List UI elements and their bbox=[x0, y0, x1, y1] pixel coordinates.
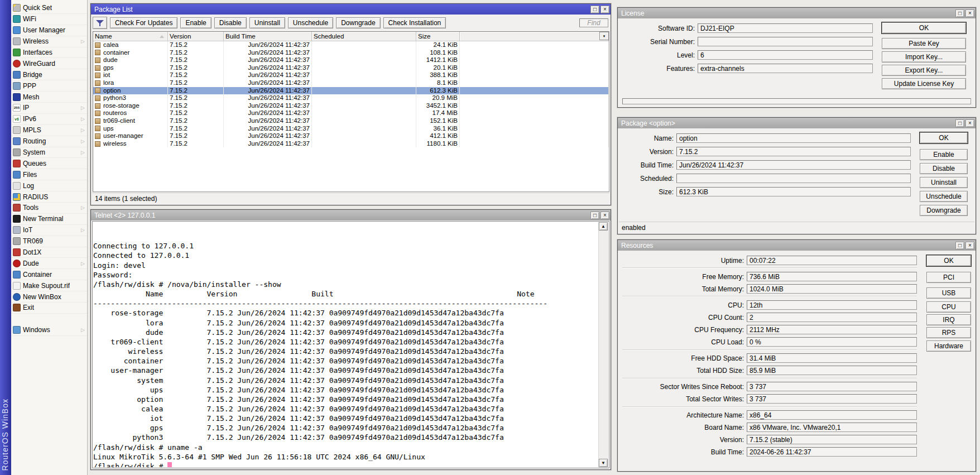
sidebar-item-tools[interactable]: Tools▷ bbox=[11, 203, 87, 214]
usb-button[interactable]: USB bbox=[926, 287, 971, 299]
column-dropdown-icon[interactable]: ▼ bbox=[599, 32, 609, 40]
terminal-output[interactable]: Connecting to 127.0.0.1 Connected to 127… bbox=[93, 222, 598, 467]
close-icon[interactable]: × bbox=[601, 212, 609, 219]
close-icon[interactable]: × bbox=[965, 9, 974, 17]
sidebar-item-exit[interactable]: Exit bbox=[11, 303, 87, 314]
table-row[interactable]: ups7.15.2Jun/26/2024 11:42:3736.1 KiB bbox=[93, 125, 609, 133]
field-value[interactable]: 0 % bbox=[747, 337, 917, 347]
scroll-down-icon[interactable]: ▼ bbox=[599, 459, 608, 467]
sidebar-item-routing[interactable]: Routing▷ bbox=[11, 136, 87, 147]
maximize-icon[interactable]: □ bbox=[590, 6, 599, 13]
maximize-icon[interactable]: □ bbox=[955, 119, 964, 127]
sidebar-item-mesh[interactable]: Mesh bbox=[11, 92, 87, 103]
sidebar-item-ip[interactable]: IP▷ bbox=[11, 103, 87, 114]
check-for-updates-button[interactable]: Check For Updates bbox=[110, 17, 177, 28]
field-value[interactable]: 12th bbox=[747, 300, 917, 310]
column-header-size[interactable]: Size bbox=[416, 32, 460, 41]
uninstall-button[interactable]: Uninstall bbox=[920, 177, 968, 188]
sidebar-item-wireguard[interactable]: WireGuard bbox=[11, 58, 87, 69]
terminal-scrollbar[interactable]: ▲ ▼ bbox=[598, 222, 608, 467]
maximize-icon[interactable]: □ bbox=[955, 9, 964, 17]
close-icon[interactable]: × bbox=[965, 242, 974, 250]
maximize-icon[interactable]: □ bbox=[955, 242, 964, 250]
update-license-key-button[interactable]: Update License Key bbox=[882, 78, 966, 89]
disable-button[interactable]: Disable bbox=[920, 163, 968, 174]
sidebar-item-new-terminal[interactable]: New Terminal bbox=[11, 214, 87, 225]
table-row[interactable]: wireless7.15.2Jun/26/2024 11:42:371180.1… bbox=[93, 140, 609, 148]
field-value[interactable]: 612.3 KiB bbox=[676, 187, 911, 196]
field-value[interactable]: 85.9 MiB bbox=[747, 366, 917, 375]
column-header-scheduled[interactable]: Scheduled bbox=[312, 32, 416, 41]
field-value[interactable]: 2024-06-26 11:42:37 bbox=[747, 447, 917, 457]
sidebar-item-wifi[interactable]: WiFi bbox=[11, 14, 87, 25]
table-row[interactable]: iot7.15.2Jun/26/2024 11:42:37388.1 KiB bbox=[93, 71, 609, 79]
sidebar-item-new-winbox[interactable]: New WinBox bbox=[11, 291, 87, 303]
unschedule-button[interactable]: Unschedule bbox=[288, 17, 333, 28]
table-row[interactable]: rose-storage7.15.2Jun/26/2024 11:42:3734… bbox=[93, 102, 609, 110]
sidebar-item-radius[interactable]: RADIUS bbox=[11, 191, 87, 203]
license-titlebar[interactable]: License □ × bbox=[618, 8, 976, 18]
sidebar-item-user-manager[interactable]: User Manager bbox=[11, 25, 87, 36]
field-value[interactable]: 6 bbox=[698, 50, 873, 60]
field-value[interactable]: 3 737 bbox=[747, 394, 917, 404]
sidebar-item-mpls[interactable]: MPLS▷ bbox=[11, 125, 87, 136]
resources-titlebar[interactable]: Resources □ × bbox=[618, 240, 976, 251]
field-value[interactable]: option bbox=[676, 133, 911, 143]
field-value[interactable]: 31.4 MiB bbox=[747, 353, 917, 363]
disable-button[interactable]: Disable bbox=[214, 17, 247, 28]
column-header-build-time[interactable]: Build Time bbox=[224, 32, 312, 41]
table-row[interactable]: python37.15.2Jun/26/2024 11:42:3720.9 Mi… bbox=[93, 94, 609, 102]
table-row[interactable]: routeros7.15.2Jun/26/2024 11:42:3717.4 M… bbox=[93, 109, 609, 117]
field-value[interactable]: 7.15.2 bbox=[676, 147, 911, 156]
check-installation-button[interactable]: Check Installation bbox=[383, 17, 446, 28]
package-list-titlebar[interactable]: Package List □ × bbox=[91, 4, 611, 15]
sidebar-item-queues[interactable]: Queues bbox=[11, 158, 87, 169]
downgrade-button[interactable]: Downgrade bbox=[336, 17, 380, 28]
field-value[interactable]: 7.15.2 (stable) bbox=[747, 435, 917, 444]
column-header-version[interactable]: Version bbox=[168, 32, 224, 41]
sidebar-item-ipv6[interactable]: IPv6▷ bbox=[11, 114, 87, 125]
ok-button[interactable]: OK bbox=[882, 22, 966, 33]
enable-button[interactable]: Enable bbox=[920, 149, 968, 160]
table-row[interactable]: calea7.15.2Jun/26/2024 11:42:3724.1 KiB bbox=[93, 41, 609, 49]
hardware-button[interactable]: Hardware bbox=[926, 340, 971, 352]
field-value[interactable] bbox=[676, 174, 911, 183]
ok-button[interactable]: OK bbox=[926, 255, 971, 266]
paste-key-button[interactable]: Paste Key bbox=[882, 38, 966, 49]
field-value[interactable]: 3 737 bbox=[747, 382, 917, 391]
ok-button[interactable]: OK bbox=[920, 132, 968, 143]
table-row[interactable]: gps7.15.2Jun/26/2024 11:42:3720.1 KiB bbox=[93, 64, 609, 72]
field-value[interactable]: 1024.0 MiB bbox=[747, 284, 917, 294]
sidebar-item-make-supout-rif[interactable]: Make Supout.rif bbox=[11, 280, 87, 291]
import-key-button[interactable]: Import Key... bbox=[882, 51, 966, 63]
find-input[interactable]: Find bbox=[579, 18, 608, 27]
table-row[interactable]: tr069-client7.15.2Jun/26/2024 11:42:3715… bbox=[93, 117, 609, 125]
package-option-titlebar[interactable]: Package <option> □ × bbox=[618, 118, 976, 128]
table-row[interactable]: option7.15.2Jun/26/2024 11:42:37612.3 Ki… bbox=[93, 87, 609, 95]
field-value[interactable]: 2112 MHz bbox=[747, 325, 917, 334]
sidebar-item-tr069[interactable]: TR069 bbox=[11, 236, 87, 247]
sidebar-item-files[interactable]: Files bbox=[11, 169, 87, 180]
sidebar-item-interfaces[interactable]: Interfaces bbox=[11, 47, 87, 59]
sidebar-item-system[interactable]: System▷ bbox=[11, 147, 87, 159]
table-row[interactable]: user-manager7.15.2Jun/26/2024 11:42:3741… bbox=[93, 132, 609, 140]
filter-button[interactable] bbox=[93, 17, 107, 29]
field-value[interactable]: 736.6 MiB bbox=[747, 272, 917, 281]
sidebar-item-wireless[interactable]: Wireless▷ bbox=[11, 36, 87, 47]
sidebar-item-container[interactable]: Container bbox=[11, 269, 87, 280]
pci-button[interactable]: PCI bbox=[926, 272, 971, 283]
sidebar-item-dot1x[interactable]: Dot1X bbox=[11, 247, 87, 258]
table-row[interactable]: container7.15.2Jun/26/2024 11:42:37108.1… bbox=[93, 49, 609, 57]
field-value[interactable]: extra-channels bbox=[698, 64, 873, 73]
sidebar-item-ppp[interactable]: PPP bbox=[11, 80, 87, 92]
column-header-name[interactable]: Name bbox=[93, 32, 168, 41]
table-row[interactable]: lora7.15.2Jun/26/2024 11:42:378.1 KiB bbox=[93, 79, 609, 87]
field-value[interactable]: Jun/26/2024 11:42:37 bbox=[676, 160, 911, 170]
cpu-button[interactable]: CPU bbox=[926, 301, 971, 313]
sidebar-item-iot[interactable]: IoT▷ bbox=[11, 225, 87, 236]
unschedule-button[interactable]: Unschedule bbox=[920, 191, 968, 202]
sidebar-item-log[interactable]: Log bbox=[11, 180, 87, 191]
uninstall-button[interactable]: Uninstall bbox=[249, 17, 285, 28]
table-row[interactable]: dude7.15.2Jun/26/2024 11:42:371412.1 KiB bbox=[93, 56, 609, 64]
field-value[interactable]: 00:07:22 bbox=[747, 256, 917, 265]
